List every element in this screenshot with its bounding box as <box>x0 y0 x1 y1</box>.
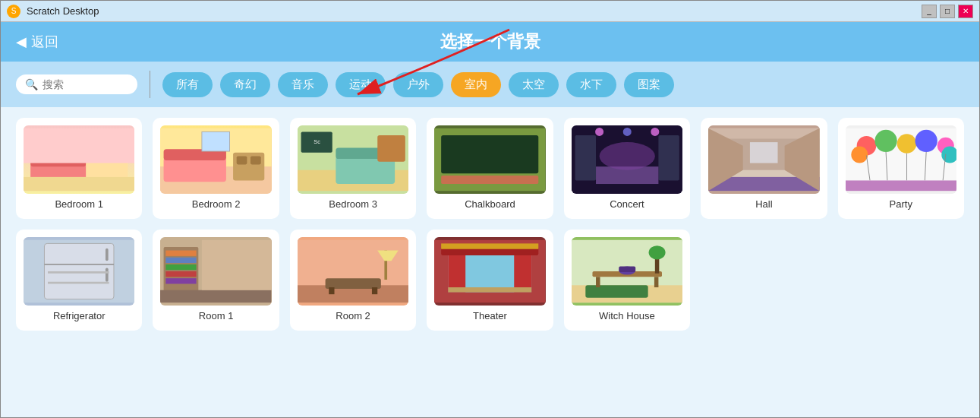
backdrop-label-theater: Theater <box>473 310 507 321</box>
title-bar-controls: _ □ ✕ <box>922 5 973 18</box>
minimize-button[interactable]: _ <box>922 5 937 18</box>
svg-rect-83 <box>449 287 532 292</box>
backdrop-label-room1: Room 1 <box>199 310 234 321</box>
backdrop-thumbnail-chalkboard <box>434 125 545 194</box>
backdrop-label-bedroom2: Bedroom 2 <box>192 198 241 210</box>
svg-rect-60 <box>106 268 109 281</box>
backdrop-card-theater[interactable]: Theater <box>427 230 553 331</box>
backdrop-thumbnail-party <box>846 125 956 194</box>
backdrop-card-hall[interactable]: Hall <box>701 118 827 219</box>
filter-indoor[interactable]: 室内 <box>451 72 501 97</box>
svg-rect-67 <box>166 264 197 270</box>
svg-rect-68 <box>166 271 197 277</box>
filter-fantasy[interactable]: 奇幻 <box>220 72 270 97</box>
backdrop-thumbnail-room1 <box>160 237 271 306</box>
search-input[interactable] <box>43 78 126 90</box>
filter-pattern[interactable]: 图案 <box>624 72 674 97</box>
backdrop-label-hall: Hall <box>755 198 772 210</box>
backdrop-thumbnail-bedroom3: Sc <box>298 125 408 194</box>
search-box: 🔍 <box>16 74 137 94</box>
backdrop-label-chalkboard: Chalkboard <box>465 198 515 210</box>
backdrop-label-party: Party <box>890 198 912 210</box>
svg-rect-74 <box>325 278 380 289</box>
page-title: 选择一个背景 <box>440 30 540 53</box>
filter-all[interactable]: 所有 <box>162 72 213 97</box>
backdrop-card-concert[interactable]: Concert <box>564 118 690 219</box>
svg-rect-59 <box>106 249 109 261</box>
svg-rect-15 <box>251 156 261 164</box>
backdrop-thumbnail-concert <box>572 125 682 194</box>
backdrop-thumbnail-bedroom2 <box>160 125 271 194</box>
divider <box>150 71 150 98</box>
backdrop-label-room2: Room 2 <box>336 310 370 321</box>
backdrop-card-room1[interactable]: Room 1 <box>153 230 279 331</box>
filter-bar: 🔍 所有 奇幻 音乐 运动 户外 室内 太空 水下 图案 <box>1 62 979 107</box>
backdrop-thumbnail-refrigerator <box>24 237 134 306</box>
svg-rect-65 <box>166 251 197 256</box>
svg-rect-69 <box>166 278 197 283</box>
maximize-button[interactable]: □ <box>940 5 955 18</box>
svg-rect-23 <box>377 135 405 162</box>
svg-point-31 <box>622 128 631 136</box>
svg-rect-91 <box>654 277 658 287</box>
backdrop-grid: Bedroom 1 <box>16 118 964 331</box>
backdrop-thumbnail-room2 <box>298 237 408 306</box>
backdrop-label-bedroom1: Bedroom 1 <box>55 198 103 210</box>
backdrop-card-bedroom1[interactable]: Bedroom 1 <box>16 118 142 219</box>
svg-rect-70 <box>160 290 271 302</box>
svg-rect-41 <box>750 142 778 163</box>
svg-rect-88 <box>585 285 648 297</box>
svg-marker-81 <box>449 251 466 293</box>
backdrop-card-refrigerator[interactable]: Refrigerator <box>16 230 142 331</box>
svg-point-48 <box>851 147 868 163</box>
svg-point-45 <box>896 134 916 154</box>
svg-rect-8 <box>24 177 134 191</box>
app-window: S Scratch Desktop _ □ ✕ ◀ 返回 选择一个背景 🔍 <box>0 0 980 418</box>
backdrop-label-bedroom3: Bedroom 3 <box>329 198 377 210</box>
svg-rect-75 <box>329 287 334 294</box>
svg-rect-61 <box>48 271 109 274</box>
svg-rect-95 <box>619 267 635 272</box>
back-label: 返回 <box>31 33 58 51</box>
svg-rect-62 <box>48 282 109 284</box>
svg-rect-16 <box>202 131 230 151</box>
svg-rect-28 <box>575 135 595 180</box>
title-bar: S Scratch Desktop _ □ ✕ <box>1 1 979 22</box>
backdrop-card-chalkboard[interactable]: Chalkboard <box>427 118 553 219</box>
backdrop-label-concert: Concert <box>610 198 644 210</box>
back-arrow-icon: ◀ <box>16 33 27 50</box>
backdrop-card-party[interactable]: Party <box>838 118 964 219</box>
svg-point-34 <box>599 142 654 170</box>
svg-rect-14 <box>237 156 247 164</box>
svg-point-46 <box>915 130 937 152</box>
close-button[interactable]: ✕ <box>958 5 973 18</box>
svg-rect-11 <box>164 157 226 182</box>
svg-rect-85 <box>441 243 538 249</box>
svg-text:Sc: Sc <box>314 138 320 145</box>
backdrop-card-bedroom2[interactable]: Bedroom 2 <box>153 118 279 219</box>
filter-space[interactable]: 太空 <box>509 72 559 97</box>
filter-underwater[interactable]: 水下 <box>566 72 616 97</box>
header-bar: ◀ 返回 选择一个背景 <box>1 22 979 62</box>
svg-point-44 <box>874 130 896 152</box>
backdrop-card-bedroom3[interactable]: Sc Bedroom 3 <box>290 118 416 219</box>
backdrop-label-witchhouse: Witch House <box>599 310 655 321</box>
svg-rect-66 <box>166 258 197 263</box>
svg-rect-76 <box>372 287 377 294</box>
backdrop-thumbnail-witchhouse <box>572 237 682 306</box>
svg-rect-55 <box>846 180 956 191</box>
backdrop-label-refrigerator: Refrigerator <box>53 310 106 321</box>
backdrop-card-room2[interactable]: Room 2 <box>290 230 416 331</box>
backdrop-thumbnail-hall <box>708 125 819 194</box>
back-button[interactable]: ◀ 返回 <box>16 33 58 51</box>
filter-music[interactable]: 音乐 <box>278 72 328 97</box>
svg-marker-82 <box>515 251 532 293</box>
svg-rect-71 <box>202 240 272 290</box>
backdrop-thumbnail-bedroom1 <box>24 125 134 194</box>
backdrop-card-witchhouse[interactable]: Witch House <box>564 230 690 331</box>
svg-rect-29 <box>658 135 679 180</box>
filter-sports[interactable]: 运动 <box>336 72 386 97</box>
svg-point-93 <box>648 245 665 259</box>
svg-rect-7 <box>24 128 134 163</box>
filter-outdoor[interactable]: 户外 <box>393 72 443 97</box>
